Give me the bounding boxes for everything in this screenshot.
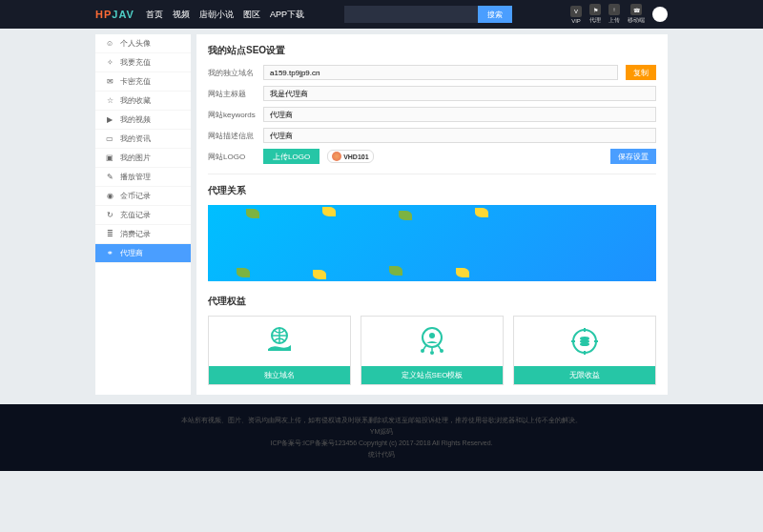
upload-logo-button[interactable]: 上传LOGO xyxy=(263,149,320,164)
nav: 首页 视频 唐朝小说 图区 APP下载 xyxy=(146,9,304,21)
relation-title: 代理关系 xyxy=(208,184,656,197)
sidebar-item-4[interactable]: ▶我的视频 xyxy=(95,111,191,130)
label-title: 网站主标题 xyxy=(208,89,256,99)
nav-app[interactable]: APP下载 xyxy=(270,9,304,21)
card-seo-button[interactable]: 定义站点SEO模板 xyxy=(361,366,503,384)
svg-point-5 xyxy=(430,351,434,355)
sidebar-icon: ↻ xyxy=(105,211,114,220)
footer-disclaimer: 本站所有视频、图片、资讯均由网友上传，如有侵权请及时联系删除或发送至邮箱投诉处理… xyxy=(0,416,763,425)
search: 搜索 xyxy=(344,6,512,23)
card-income-button[interactable]: 无限收益 xyxy=(514,366,655,384)
card-seo: 定义站点SEO模板 xyxy=(361,316,504,385)
sidebar-icon: ✧ xyxy=(105,58,114,68)
copy-button[interactable]: 复制 xyxy=(626,65,656,80)
footer-copyright: ICP备案号:ICP备案号123456 Copyright (c) 2017-2… xyxy=(0,439,763,448)
sidebar-icon: ▶ xyxy=(105,115,114,125)
sidebar-item-label: 卡密充值 xyxy=(120,76,151,87)
svg-point-9 xyxy=(580,342,589,346)
sidebar-item-label: 我要充值 xyxy=(120,57,151,68)
sidebar-item-6[interactable]: ▣我的图片 xyxy=(95,149,191,168)
sidebar-icon: ◉ xyxy=(105,192,114,201)
sidebar-item-2[interactable]: ✉卡密充值 xyxy=(95,72,191,92)
label-desc: 网站描述信息 xyxy=(208,131,256,141)
sidebar-icon: ▣ xyxy=(105,153,114,163)
sidebar-item-10[interactable]: ≣消费记录 xyxy=(95,225,191,244)
sidebar-item-9[interactable]: ↻充值记录 xyxy=(95,206,191,225)
sidebar: ☺个人头像✧我要充值✉卡密充值☆我的收藏▶我的视频▭我的资讯▣我的图片✎播放管理… xyxy=(95,34,191,395)
row-title: 网站主标题 xyxy=(208,86,656,101)
content: 我的站点SEO设置 我的独立域名 复制 网站主标题 网站keywords 网站描… xyxy=(196,34,668,395)
sidebar-item-11[interactable]: ⚭代理商 xyxy=(95,244,191,263)
vip-icon[interactable]: VVIP xyxy=(570,6,582,24)
footer-stats: 统计代码 xyxy=(0,450,763,460)
seo-title: 我的站点SEO设置 xyxy=(208,44,656,57)
svg-point-2 xyxy=(429,333,435,338)
logo-badge: VHD101 xyxy=(327,150,373,163)
sidebar-icon: ✎ xyxy=(105,173,114,182)
logo-badge-icon xyxy=(332,152,341,161)
sidebar-icon: ⚭ xyxy=(105,249,114,258)
sidebar-icon: ≣ xyxy=(105,230,114,239)
network-user-icon xyxy=(413,322,451,360)
benefit-cards: 独立域名 定义站点SEO模板 无限收益 xyxy=(208,316,656,385)
sidebar-item-label: 金币记录 xyxy=(120,191,151,201)
sidebar-icon: ▭ xyxy=(105,134,114,144)
sidebar-icon: ✉ xyxy=(105,77,114,87)
input-keywords[interactable] xyxy=(263,107,656,122)
sidebar-item-8[interactable]: ◉金币记录 xyxy=(95,187,191,206)
upload-icon[interactable]: ↑上传 xyxy=(608,4,620,25)
nav-novel[interactable]: 唐朝小说 xyxy=(199,9,234,21)
agent-icon[interactable]: ⚑代理 xyxy=(589,4,601,25)
footer: 本站所有视频、图片、资讯均由网友上传，如有侵权请及时联系删除或发送至邮箱投诉处理… xyxy=(0,404,763,471)
sidebar-item-label: 播放管理 xyxy=(120,172,151,182)
globe-hand-icon xyxy=(260,322,299,360)
header: HPJAV 首页 视频 唐朝小说 图区 APP下载 搜索 VVIP ⚑代理 ↑上… xyxy=(0,0,763,29)
divider xyxy=(208,174,656,174)
nav-gallery[interactable]: 图区 xyxy=(243,9,260,21)
nav-video[interactable]: 视频 xyxy=(173,9,190,21)
sidebar-item-3[interactable]: ☆我的收藏 xyxy=(95,92,191,111)
footer-brand: YM源码 xyxy=(0,427,763,437)
label-domain: 我的独立域名 xyxy=(208,68,256,78)
banner xyxy=(208,205,656,281)
input-desc[interactable] xyxy=(263,128,656,143)
logo[interactable]: HPJAV xyxy=(95,9,134,20)
mobile-icon[interactable]: ☎移动端 xyxy=(628,4,645,25)
input-title[interactable] xyxy=(263,86,656,101)
nav-home[interactable]: 首页 xyxy=(146,9,163,21)
sidebar-icon: ☆ xyxy=(105,96,114,106)
sidebar-item-7[interactable]: ✎播放管理 xyxy=(95,168,191,187)
search-input[interactable] xyxy=(344,6,478,23)
sidebar-item-label: 代理商 xyxy=(120,248,143,258)
sidebar-item-label: 消费记录 xyxy=(120,229,151,239)
avatar[interactable] xyxy=(652,7,668,22)
card-income: 无限收益 xyxy=(513,316,656,385)
target-coin-icon xyxy=(566,322,604,360)
benefits-title: 代理权益 xyxy=(208,295,656,308)
sidebar-item-0[interactable]: ☺个人头像 xyxy=(95,34,191,53)
sidebar-item-1[interactable]: ✧我要充值 xyxy=(95,53,191,72)
card-domain: 独立域名 xyxy=(208,316,351,385)
search-button[interactable]: 搜索 xyxy=(478,6,512,23)
row-logo: 网站LOGO 上传LOGO VHD101 保存设置 xyxy=(208,149,656,164)
header-icons: VVIP ⚑代理 ↑上传 ☎移动端 xyxy=(570,4,668,25)
row-desc: 网站描述信息 xyxy=(208,128,656,143)
sidebar-item-label: 我的资讯 xyxy=(120,133,151,144)
label-logo: 网站LOGO xyxy=(208,152,256,162)
sidebar-item-label: 我的图片 xyxy=(120,153,151,163)
save-button[interactable]: 保存设置 xyxy=(610,149,656,164)
card-domain-button[interactable]: 独立域名 xyxy=(209,366,350,384)
main: ☺个人头像✧我要充值✉卡密充值☆我的收藏▶我的视频▭我的资讯▣我的图片✎播放管理… xyxy=(95,34,668,395)
sidebar-item-label: 个人头像 xyxy=(120,38,151,49)
row-domain: 我的独立域名 复制 xyxy=(208,65,656,80)
label-keywords: 网站keywords xyxy=(208,110,256,120)
row-keywords: 网站keywords xyxy=(208,107,656,122)
sidebar-item-label: 充值记录 xyxy=(120,210,151,220)
input-domain[interactable] xyxy=(263,65,618,80)
sidebar-item-5[interactable]: ▭我的资讯 xyxy=(95,130,191,149)
sidebar-icon: ☺ xyxy=(105,39,114,49)
sidebar-item-label: 我的收藏 xyxy=(120,95,151,106)
sidebar-item-label: 我的视频 xyxy=(120,114,151,125)
